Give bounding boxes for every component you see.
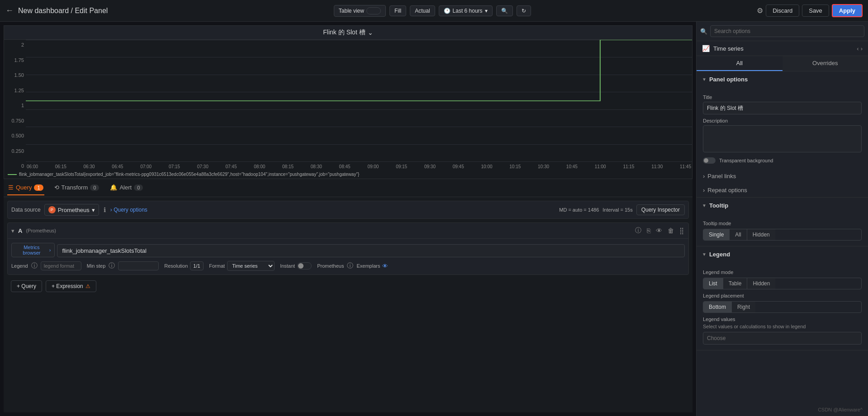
add-buttons: + Query + Expression ⚠: [7, 279, 689, 296]
transform-icon: ⟲: [54, 184, 59, 191]
settings-icon[interactable]: ⚙: [757, 6, 763, 15]
table-view-switch[interactable]: [366, 7, 381, 14]
panel-description-input[interactable]: [703, 125, 862, 152]
sidebar-search: 🔍: [697, 22, 868, 41]
search-icon: 🔍: [700, 28, 707, 35]
legend-header[interactable]: ▼ Legend: [697, 246, 868, 262]
sidebar-tab-all[interactable]: All: [697, 56, 783, 71]
query-section: Data source P Prometheus ▾ ℹ › Query opt…: [4, 197, 693, 412]
metrics-browser-button[interactable]: Metrics browser ›: [11, 243, 55, 257]
panel-title-input[interactable]: [703, 102, 862, 114]
query-block-actions: ⓘ ⎘ 👁 🗑 ⣿: [634, 226, 685, 236]
legend-info-icon[interactable]: ⓘ: [30, 261, 38, 271]
query-hide-icon[interactable]: 👁: [655, 226, 663, 235]
panel-links-row[interactable]: › Panel links: [697, 169, 868, 183]
save-button[interactable]: Save: [802, 5, 829, 17]
prometheus-icon: P: [48, 206, 56, 213]
ds-info-btn[interactable]: ℹ: [103, 205, 107, 214]
transparent-bg-toggle[interactable]: [703, 157, 716, 164]
instant-toggle-switch[interactable]: [297, 262, 312, 269]
ds-chevron-icon: ▾: [92, 207, 95, 213]
repeat-options-row[interactable]: › Repeat options: [697, 183, 868, 197]
min-step-info-icon[interactable]: ⓘ: [108, 261, 116, 271]
legend-right-btn[interactable]: Right: [732, 302, 755, 312]
top-header: ← New dashboard / Edit Panel Table view …: [0, 0, 868, 22]
panel-type-chevrons: ‹ ›: [857, 45, 863, 52]
add-expression-button[interactable]: + Expression ⚠: [46, 280, 96, 292]
time-range-selector[interactable]: 🕐 Last 6 hours ▾: [439, 5, 493, 16]
add-query-button[interactable]: + Query: [11, 280, 42, 292]
exemplars-group: Prometheus ⓘ Exemplars 👁: [317, 261, 388, 271]
tooltip-all-btn[interactable]: All: [730, 229, 747, 240]
exemplars-info-icon[interactable]: ⓘ: [346, 261, 354, 271]
alert-count-badge: 0: [134, 184, 143, 191]
discard-button[interactable]: Discard: [766, 5, 799, 17]
query-delete-icon[interactable]: 🗑: [667, 226, 675, 235]
main-layout: Flink 的 Slot 槽 ⌄ 2 1.75 1.50 1.25 1 0.75…: [0, 22, 868, 416]
section-tooltip: ▼ Tooltip Tooltip mode Single All Hidden: [697, 198, 868, 246]
transparent-bg-row: Transparent background: [703, 157, 862, 164]
legend-table-btn[interactable]: Table: [723, 278, 748, 289]
instant-group: Instant: [280, 262, 312, 269]
exemplars-eye-icon[interactable]: 👁: [382, 263, 388, 269]
query-options-row: Legend ⓘ Min step ⓘ Resolution: [11, 261, 685, 271]
legend-values-input[interactable]: [703, 332, 862, 345]
tooltip-hidden-btn[interactable]: Hidden: [747, 229, 775, 240]
legend-mode-group: List Table Hidden: [703, 278, 862, 289]
header-center: Table view Fill Actual 🕐 Last 6 hours ▾ …: [334, 5, 531, 17]
sidebar-search-input[interactable]: [710, 25, 864, 37]
transform-count-badge: 0: [90, 184, 99, 191]
y-axis: 2 1.75 1.50 1.25 1 0.750 0.500 0.250 0: [4, 40, 26, 171]
query-options-link[interactable]: › Query options: [110, 207, 147, 213]
chart-title-chevron: ⌄: [368, 29, 373, 36]
query-body: Metrics browser › Legend ⓘ Min step: [8, 239, 688, 274]
zoom-button[interactable]: 🔍: [496, 5, 513, 16]
tooltip-single-btn[interactable]: Single: [703, 229, 730, 240]
tab-query-icon: ☰: [8, 184, 14, 191]
table-view-toggle[interactable]: Table view: [334, 5, 386, 17]
collapse-chevron-icon[interactable]: ▾: [11, 227, 14, 234]
header-left: ← New dashboard / Edit Panel: [5, 6, 108, 15]
panel-options-header[interactable]: ▼ Panel options: [697, 71, 868, 87]
query-inspector-button[interactable]: Query Inspector: [636, 204, 685, 215]
query-metadata-icon[interactable]: ⓘ: [634, 226, 642, 236]
actual-button[interactable]: Actual: [410, 5, 435, 16]
repeat-options-chevron-icon: ›: [703, 187, 705, 194]
legend-list-btn[interactable]: List: [703, 278, 723, 289]
time-series-icon: 📈: [702, 45, 710, 52]
chart-title-bar[interactable]: Flink 的 Slot 槽 ⌄: [4, 26, 692, 40]
resolution-select[interactable]: 1/1 1/2: [190, 261, 204, 270]
right-sidebar: 🔍 📈 Time series ‹ › All Overrides ▼ Pane…: [696, 22, 868, 416]
watermark: CSDN @Alienware^: [818, 407, 863, 412]
query-tabs: ☰ Query 1 ⟲ Transform 0 🔔 Alert 0: [4, 179, 693, 197]
tab-query[interactable]: ☰ Query 1: [7, 180, 44, 195]
legend-bottom-btn[interactable]: Bottom: [703, 302, 732, 312]
query-copy-icon[interactable]: ⎘: [646, 226, 651, 235]
legend-input[interactable]: [41, 261, 81, 270]
min-step-input[interactable]: [118, 261, 159, 270]
fill-button[interactable]: Fill: [389, 5, 406, 16]
datasource-selector[interactable]: P Prometheus ▾: [44, 204, 99, 216]
apply-button[interactable]: Apply: [832, 4, 863, 17]
chart-legend: flink_jobmanager_taskSlotsTotal{exported…: [4, 171, 692, 178]
query-a-label: A: [18, 227, 22, 234]
legend-hidden-btn[interactable]: Hidden: [747, 278, 775, 289]
tooltip-header[interactable]: ▼ Tooltip: [697, 198, 868, 213]
tab-transform[interactable]: ⟲ Transform 0: [53, 180, 100, 195]
panel-type-selector[interactable]: 📈 Time series ‹ ›: [697, 41, 868, 56]
chart-area: Flink 的 Slot 槽 ⌄ 2 1.75 1.50 1.25 1 0.75…: [4, 25, 693, 179]
header-right: ⚙ Discard Save Apply: [757, 4, 863, 17]
resolution-group: Resolution 1/1 1/2: [164, 261, 204, 270]
back-button[interactable]: ←: [5, 6, 14, 15]
format-select[interactable]: Time series Table: [227, 261, 275, 271]
sidebar-tab-overrides[interactable]: Overrides: [783, 56, 868, 71]
left-panel: Flink 的 Slot 槽 ⌄ 2 1.75 1.50 1.25 1 0.75…: [0, 22, 696, 416]
chart-svg: [26, 40, 692, 162]
datasource-row: Data source P Prometheus ▾ ℹ › Query opt…: [7, 201, 689, 219]
query-drag-icon[interactable]: ⣿: [678, 226, 685, 235]
refresh-button[interactable]: ↻: [517, 5, 531, 16]
tab-alert[interactable]: 🔔 Alert 0: [109, 180, 144, 195]
panel-options-content: Title Description Transparent background: [697, 87, 868, 169]
query-input[interactable]: [57, 244, 685, 257]
section-legend: ▼ Legend Legend mode List Table Hidden L…: [697, 246, 868, 350]
